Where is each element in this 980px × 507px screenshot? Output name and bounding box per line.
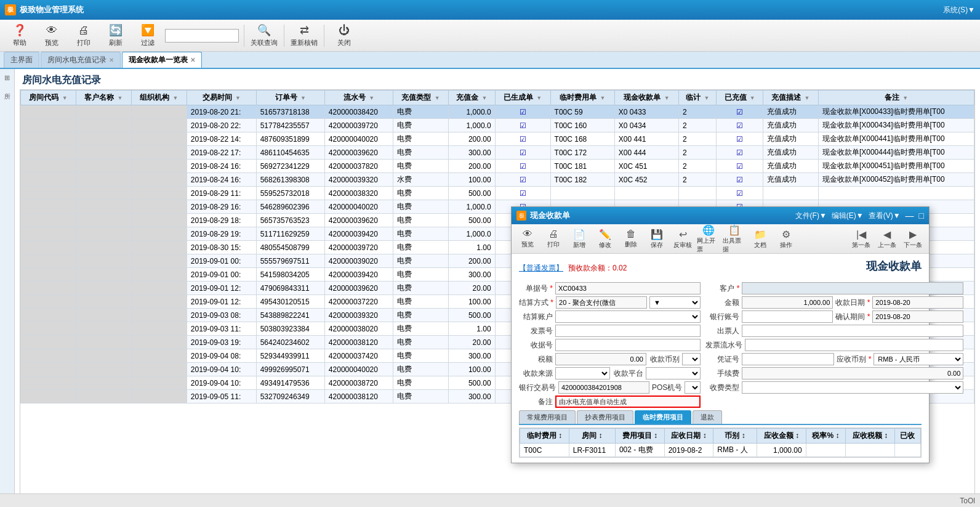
tab-recharge-label: 房间水电充值记录 [47,55,106,65]
banktx-input[interactable] [558,381,649,394]
ith-taxrate[interactable]: 税率% ↕ [806,429,846,444]
dialog-operation-btn[interactable]: ⚙ 操作 [774,226,798,252]
source-select[interactable] [555,367,610,379]
help-button[interactable]: ❓ 帮助 [5,22,34,49]
dialog-online-invoice-btn[interactable]: 🌐 网上开票 [696,226,721,252]
ith-currency[interactable]: 币别 ↕ [713,429,757,444]
dialog-edit-menu[interactable]: 编辑(E)▼ [832,211,864,221]
tax-input[interactable] [555,353,646,365]
table-row[interactable]: 2019-08-29 11:5595257320​184200000383​20… [21,187,974,200]
table-row[interactable]: 2019-08-22 17:4861104546​354200000396​20… [21,146,974,160]
customer-input[interactable] [742,282,963,294]
th-amount[interactable]: 充值金 ▼ [449,91,496,105]
voucherno-input[interactable] [742,353,834,365]
filter-button[interactable]: 🔽 过滤 [133,22,163,49]
payment-select[interactable]: ▼ [649,296,701,309]
ith-taxamount[interactable]: 应收税额 ↕ [846,429,895,444]
table-cell-6: 电费 [393,349,449,363]
dialog-preview-btn[interactable]: 👁 预览 [515,226,540,252]
dialog-first-btn[interactable]: |◀ 第一条 [849,226,874,252]
note-input[interactable] [555,395,701,408]
dialog-view-menu[interactable]: 查看(V)▼ [869,211,901,221]
dialog-file-menu[interactable]: 文件(F)▼ [795,211,827,221]
preview-button[interactable]: 👁 预览 [37,22,66,49]
invoice-serial-input[interactable] [745,339,963,351]
ith-duedate[interactable]: 应收日期 ↕ [664,429,713,444]
dialog-save-btn[interactable]: 💾 保存 [645,226,669,252]
table-row[interactable]: 2019-08-22 14:4876093518​994200000400​20… [21,132,974,146]
confirm-period-input[interactable] [872,310,963,323]
inner-tab-temp[interactable]: 临时费用项目 [635,410,691,424]
th-charged[interactable]: 已充值 ▼ [717,91,763,105]
dialog-next-btn[interactable]: ▶ 下一条 [901,226,925,252]
bill-no-input[interactable] [555,282,701,294]
account-select[interactable] [555,310,701,323]
dialog-delete-btn[interactable]: 🗑 删除 [619,226,643,252]
th-type[interactable]: 充值类型 ▼ [393,91,449,105]
th-generated[interactable]: 已生成单 ▼ [495,91,550,105]
th-desc[interactable]: 充值描述 ▼ [763,91,818,105]
th-tmp-bill[interactable]: 临时费用单 ▼ [550,91,614,105]
th-room-code[interactable]: 房间代码 ▼ [21,91,76,105]
th-cash-bill[interactable]: 现金收款单 ▼ [614,91,678,105]
dialog-unaudit-btn[interactable]: ↩ 反审核 [670,226,695,252]
th-serial[interactable]: 流水号 ▼ [324,91,393,105]
platform-select[interactable] [646,367,701,379]
tab-cash-receipt[interactable]: 现金收款单一览表 ✕ [122,52,202,68]
amount-input[interactable] [742,296,833,309]
ith-feeitem[interactable]: 费用项目 ↕ [615,429,664,444]
ith-room[interactable]: 房间 ↕ [569,429,615,444]
search-input[interactable] [165,29,239,43]
inner-tab-refund[interactable]: 退款 [693,410,722,424]
system-menu[interactable]: 系统(S)▼ [943,5,975,15]
inner-tab-regular[interactable]: 常规费用项目 [519,410,576,424]
print-button[interactable]: 🖨 打印 [69,22,98,49]
th-note[interactable]: 备注 ▼ [818,91,974,105]
bankaccount-input[interactable] [742,310,833,323]
left-panel-toggle[interactable]: ⊞ [4,74,10,82]
issuer-input[interactable] [742,325,963,337]
close-main-button[interactable]: ⏻ 关闭 [329,22,359,49]
dialog-maximize[interactable]: □ [919,211,924,221]
th-count[interactable]: 临计 ▼ [679,91,717,105]
tab-main[interactable]: 主界面 [4,52,39,68]
dialog-edit-btn[interactable]: ✏️ 修改 [593,226,617,252]
table-row[interactable]: 2019-08-20 22:5177842355​574200000397​20… [21,119,974,132]
dialog-doc-btn[interactable]: 📁 文档 [748,226,773,252]
th-customer[interactable]: 客户名称 ▼ [76,91,131,105]
voucherno-label: 凭证号 [705,354,739,365]
related-query-button[interactable]: 🔍 关联查询 [249,22,279,49]
table-cell-2 [131,241,187,254]
invoice-link[interactable]: 【普通发票】 [519,263,563,274]
ith-tmpfee[interactable]: 临时费用 ↕ [520,429,569,444]
receive-currency-select[interactable] [682,353,701,365]
th-org[interactable]: 组织机构 ▼ [131,91,187,105]
th-order[interactable]: 订单号 ▼ [256,91,324,105]
table-row[interactable]: 2019-08-24 16:5682613983​084200000393​20… [21,173,974,187]
recv-date-input[interactable] [872,296,963,309]
dialog-print-btn[interactable]: 🖨 打印 [541,226,566,252]
dialog-issue-receipt-btn[interactable]: 📋 出具票据 [722,226,747,252]
tab-cash-close[interactable]: ✕ [190,57,195,63]
receiptno-input[interactable] [555,339,701,351]
dialog-add-btn[interactable]: 📄 新增 [567,226,592,252]
dialog-prev-btn[interactable]: ◀ 上一条 [875,226,899,252]
handling-input[interactable] [742,367,963,379]
ith-received[interactable]: 已收 [894,429,920,444]
invoiceno-input[interactable] [555,325,701,337]
th-time[interactable]: 交易时间 ▼ [187,91,256,105]
rewrite-off-button[interactable]: ⇄ 重新核销 [289,22,319,49]
inner-tab-meter[interactable]: 抄表费用项目 [577,410,633,424]
tab-recharge-records[interactable]: 房间水电充值记录 ✕ [41,52,121,68]
table-row[interactable]: 2019-08-24 16:5692723412​294200000378​20… [21,160,974,173]
payment-input[interactable] [556,296,647,309]
receivetype-select[interactable] [742,381,963,394]
dialog-minimize[interactable]: — [906,211,914,221]
tab-recharge-close[interactable]: ✕ [109,57,114,63]
refresh-button[interactable]: 🔄 刷新 [101,22,131,49]
currency-select[interactable]: RMB - 人民币 [874,353,963,365]
table-row[interactable]: 2019-08-20 21:5165737181​384200000384​20… [21,105,974,119]
ith-amount[interactable]: 应收金额 ↕ [757,429,806,444]
pos-select[interactable] [685,381,701,394]
dialog-online-label: 网上开票 [697,237,720,254]
